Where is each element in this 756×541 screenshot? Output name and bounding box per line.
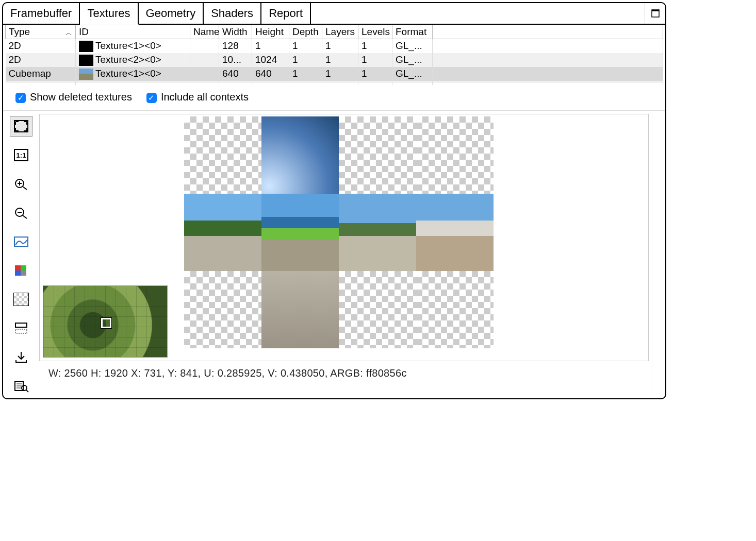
svg-rect-15 bbox=[15, 270, 21, 276]
pixel-magnifier bbox=[43, 285, 168, 358]
col-width[interactable]: Width bbox=[219, 25, 252, 39]
svg-rect-16 bbox=[21, 270, 26, 276]
textures-table: Type︿ ID Name Width Height Depth Layers … bbox=[3, 25, 665, 85]
histogram-icon[interactable] bbox=[10, 231, 32, 252]
cubemap-face-back bbox=[416, 194, 494, 271]
svg-rect-14 bbox=[21, 265, 26, 270]
svg-rect-2 bbox=[14, 121, 28, 132]
cubemap-face-front bbox=[261, 194, 339, 271]
save-icon[interactable] bbox=[10, 347, 32, 367]
svg-rect-17 bbox=[15, 323, 27, 327]
color-channels-icon[interactable] bbox=[10, 260, 32, 281]
tab-shaders[interactable]: Shaders bbox=[204, 3, 261, 24]
zoom-in-icon[interactable] bbox=[10, 174, 32, 194]
zoom-out-icon[interactable] bbox=[10, 202, 32, 223]
tabbar: Framebuffer Textures Geometry Shaders Re… bbox=[3, 3, 665, 25]
col-levels[interactable]: Levels bbox=[358, 25, 392, 39]
inspect-pixel-icon[interactable] bbox=[10, 376, 32, 396]
scrollbar[interactable] bbox=[652, 114, 662, 396]
status-bar: W: 2560 H: 1920 X: 731, Y: 841, U: 0.285… bbox=[39, 361, 649, 390]
background-checker-icon[interactable] bbox=[10, 289, 32, 310]
svg-line-10 bbox=[23, 215, 27, 218]
texture-canvas[interactable] bbox=[39, 114, 649, 361]
svg-rect-18 bbox=[15, 329, 27, 333]
flip-vertical-icon[interactable] bbox=[10, 318, 32, 339]
cubemap-face-right bbox=[339, 194, 416, 271]
cubemap-face-bottom bbox=[261, 271, 339, 348]
col-depth[interactable]: Depth bbox=[289, 25, 322, 39]
texture-thumb-icon bbox=[79, 69, 93, 80]
actual-size-icon[interactable]: 1:1 bbox=[10, 145, 32, 165]
table-row[interactable]: 2D Texture<1><0> 1281111GL_... bbox=[6, 39, 663, 53]
svg-point-23 bbox=[22, 385, 27, 391]
col-id[interactable]: ID bbox=[76, 25, 190, 39]
texture-thumb-icon bbox=[79, 55, 93, 66]
col-format[interactable]: Format bbox=[392, 25, 433, 39]
svg-rect-1 bbox=[652, 10, 659, 11]
sort-asc-icon: ︿ bbox=[65, 26, 72, 38]
checkmark-icon: ✓ bbox=[146, 93, 157, 103]
tab-framebuffer[interactable]: Framebuffer bbox=[3, 3, 80, 24]
svg-line-6 bbox=[23, 187, 27, 190]
textures-panel: Framebuffer Textures Geometry Shaders Re… bbox=[2, 2, 666, 399]
col-name[interactable]: Name bbox=[190, 25, 219, 39]
show-deleted-checkbox[interactable]: ✓Show deleted textures bbox=[15, 91, 132, 103]
svg-rect-13 bbox=[15, 265, 21, 270]
texture-options: ✓Show deleted textures ✓Include all cont… bbox=[3, 85, 665, 111]
texture-viewer: 1:1 W: 2560 H: 1920 bbox=[3, 111, 665, 398]
tab-report[interactable]: Report bbox=[261, 3, 311, 24]
col-height[interactable]: Height bbox=[252, 25, 289, 39]
cubemap-unwrap bbox=[184, 116, 494, 348]
maximize-icon[interactable] bbox=[645, 3, 665, 24]
zoom-to-fit-icon[interactable] bbox=[10, 116, 32, 137]
svg-text:1:1: 1:1 bbox=[17, 151, 26, 159]
include-all-contexts-checkbox[interactable]: ✓Include all contexts bbox=[146, 91, 249, 103]
checkmark-icon: ✓ bbox=[15, 93, 26, 103]
cubemap-face-left bbox=[184, 194, 261, 271]
svg-line-24 bbox=[26, 390, 28, 392]
col-type[interactable]: Type︿ bbox=[6, 25, 76, 39]
cubemap-face-top bbox=[261, 116, 339, 194]
table-row[interactable]: Cubemap Texture<1><0> 640640111GL_... bbox=[6, 67, 663, 81]
tab-geometry[interactable]: Geometry bbox=[139, 3, 204, 24]
texture-thumb-icon bbox=[79, 41, 93, 52]
viewer-toolbar: 1:1 bbox=[6, 114, 36, 396]
col-layers[interactable]: Layers bbox=[322, 25, 358, 39]
tab-textures[interactable]: Textures bbox=[80, 3, 138, 25]
table-row[interactable]: 2D Texture<2><0> 10...1024111GL_... bbox=[6, 53, 663, 67]
